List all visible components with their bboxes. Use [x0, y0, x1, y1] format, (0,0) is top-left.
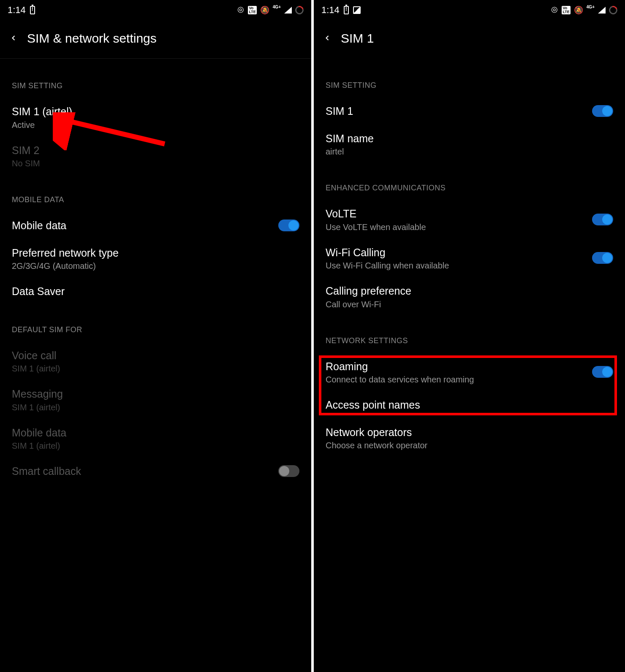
roaming-title: Roaming: [326, 360, 592, 374]
volte-title: VoLTE: [326, 207, 592, 221]
mobile-data-default-title: Mobile data: [12, 426, 299, 440]
mobile-data-toggle[interactable]: [278, 219, 299, 231]
section-network-settings: NETWORK SETTINGS: [314, 316, 625, 353]
section-sim-setting: SIM SETTING: [0, 59, 311, 98]
signal-icon: [284, 7, 292, 14]
messaging-item: Messaging SIM 1 (airtel): [0, 380, 311, 419]
wifi-calling-toggle[interactable]: [592, 252, 613, 264]
sim2-subtitle: No SIM: [12, 159, 299, 168]
voice-call-title: Voice call: [12, 349, 299, 363]
battery-alert-icon: [30, 6, 35, 14]
roaming-item[interactable]: Roaming Connect to data services when ro…: [314, 353, 625, 392]
network-operators-item[interactable]: Network operators Choose a network opera…: [314, 419, 625, 458]
smart-callback-title: Smart callback: [12, 464, 278, 478]
sim2-title: SIM 2: [12, 144, 299, 157]
sim1-toggle[interactable]: [592, 105, 613, 117]
back-icon[interactable]: [9, 32, 18, 45]
smart-callback-toggle: [278, 465, 299, 477]
dnd-icon: 🔕: [574, 5, 583, 15]
preferred-network-title: Preferred network type: [12, 246, 299, 260]
dnd-icon: 🔕: [260, 5, 269, 15]
section-enhanced-comm: ENHANCED COMMUNICATIONS: [314, 163, 625, 200]
status-bar: 1:14 VoLTE 🔕 4G+: [0, 0, 311, 19]
status-bar: 1:14 VoLTE 🔕 4G+: [314, 0, 625, 19]
calling-preference-subtitle: Call over Wi-Fi: [326, 300, 613, 309]
wifi-calling-subtitle: Use Wi-Fi Calling when available: [326, 261, 592, 271]
preferred-network-subtitle: 2G/3G/4G (Automatic): [12, 261, 299, 271]
loading-circle-icon: [293, 4, 305, 16]
network-operators-subtitle: Choose a network operator: [326, 441, 613, 450]
sim-name-title: SIM name: [326, 132, 613, 146]
data-saver-title: Data Saver: [12, 285, 299, 298]
volte-icon: VoLTE: [248, 6, 256, 14]
sim1-toggle-item[interactable]: SIM 1: [314, 98, 625, 125]
volte-item[interactable]: VoLTE Use VoLTE when available: [314, 200, 625, 239]
left-phone-screenshot: 1:14 VoLTE 🔕 4G+ SIM & network settings …: [0, 0, 314, 672]
mobile-data-default-item: Mobile data SIM 1 (airtel): [0, 419, 311, 458]
hotspot-icon: [237, 6, 245, 14]
volte-icon: VoLTE: [562, 6, 570, 14]
preferred-network-item[interactable]: Preferred network type 2G/3G/4G (Automat…: [0, 239, 311, 278]
data-saver-item[interactable]: Data Saver: [0, 278, 311, 305]
sim1-item[interactable]: SIM 1 (airtel) Active: [0, 98, 311, 137]
section-default-sim: DEFAULT SIM FOR: [0, 305, 311, 342]
messaging-subtitle: SIM 1 (airtel): [12, 403, 299, 412]
smart-callback-item: Smart callback: [0, 458, 311, 485]
section-mobile-data: MOBILE DATA: [0, 175, 311, 212]
sim1-title: SIM 1: [326, 104, 592, 118]
right-phone-screenshot: 1:14 VoLTE 🔕 4G+ SIM 1 SIM SETTING SIM 1…: [314, 0, 625, 672]
roaming-toggle[interactable]: [592, 366, 613, 378]
volte-toggle[interactable]: [592, 214, 613, 225]
sim1-title: SIM 1 (airtel): [12, 105, 299, 119]
battery-alert-icon: [344, 6, 349, 14]
sim-name-subtitle: airtel: [326, 147, 613, 157]
apn-item[interactable]: Access point names: [314, 391, 625, 419]
page-title: SIM 1: [341, 31, 374, 46]
status-time: 1:14: [321, 5, 340, 16]
mobile-data-item[interactable]: Mobile data: [0, 212, 311, 239]
wifi-calling-title: Wi-Fi Calling: [326, 246, 592, 260]
mobile-data-title: Mobile data: [12, 219, 278, 233]
calling-preference-item[interactable]: Calling preference Call over Wi-Fi: [314, 277, 625, 316]
voice-call-subtitle: SIM 1 (airtel): [12, 364, 299, 374]
section-sim-setting: SIM SETTING: [314, 58, 625, 98]
page-title: SIM & network settings: [27, 31, 157, 46]
sim1-subtitle: Active: [12, 120, 299, 130]
page-header: SIM 1: [314, 19, 625, 58]
roaming-subtitle: Connect to data services when roaming: [326, 375, 592, 385]
voice-call-item: Voice call SIM 1 (airtel): [0, 342, 311, 381]
image-icon: [353, 6, 361, 14]
sim2-item: SIM 2 No SIM: [0, 137, 311, 176]
mobile-data-default-subtitle: SIM 1 (airtel): [12, 441, 299, 451]
4g-label: 4G+: [587, 5, 595, 9]
messaging-title: Messaging: [12, 387, 299, 401]
4g-label: 4G+: [273, 5, 281, 9]
status-time: 1:14: [8, 5, 26, 16]
signal-icon: [598, 7, 606, 14]
sim-name-item[interactable]: SIM name airtel: [314, 125, 625, 164]
hotspot-icon: [551, 6, 558, 14]
loading-circle-icon: [607, 4, 619, 16]
back-icon[interactable]: [323, 32, 332, 45]
wifi-calling-item[interactable]: Wi-Fi Calling Use Wi-Fi Calling when ava…: [314, 239, 625, 278]
page-header: SIM & network settings: [0, 19, 311, 59]
network-operators-title: Network operators: [326, 425, 613, 439]
apn-title: Access point names: [326, 398, 613, 412]
calling-preference-title: Calling preference: [326, 284, 613, 298]
volte-subtitle: Use VoLTE when available: [326, 222, 592, 232]
